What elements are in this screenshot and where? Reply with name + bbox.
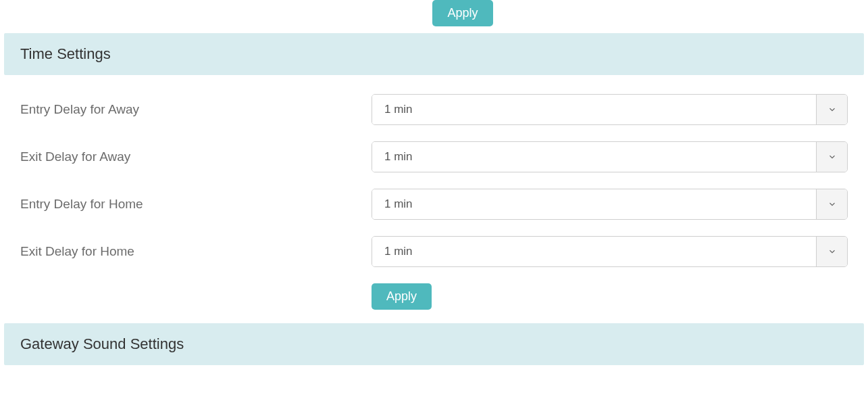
chevron-down-icon[interactable] bbox=[816, 95, 847, 124]
entry-delay-away-label: Entry Delay for Away bbox=[20, 102, 372, 117]
settings-page: Apply Time Settings Entry Delay for Away… bbox=[0, 0, 868, 365]
entry-delay-away-row: Entry Delay for Away 1 min bbox=[20, 94, 848, 125]
time-settings-body: Entry Delay for Away 1 min Exit Delay fo… bbox=[4, 75, 864, 323]
entry-delay-home-label: Entry Delay for Home bbox=[20, 197, 372, 212]
exit-delay-away-select[interactable]: 1 min bbox=[372, 141, 848, 172]
apply-button-time-settings[interactable]: Apply bbox=[372, 283, 432, 310]
exit-delay-away-row: Exit Delay for Away 1 min bbox=[20, 141, 848, 172]
entry-delay-away-value[interactable]: 1 min bbox=[372, 95, 816, 124]
exit-delay-home-value[interactable]: 1 min bbox=[372, 237, 816, 266]
entry-delay-home-select[interactable]: 1 min bbox=[372, 189, 848, 220]
chevron-down-icon[interactable] bbox=[816, 142, 847, 172]
exit-delay-away-value[interactable]: 1 min bbox=[372, 142, 816, 172]
gateway-sound-header: Gateway Sound Settings bbox=[4, 323, 864, 365]
exit-delay-home-row: Exit Delay for Home 1 min bbox=[20, 236, 848, 267]
time-settings-header: Time Settings bbox=[4, 33, 864, 75]
entry-delay-home-value[interactable]: 1 min bbox=[372, 189, 816, 219]
chevron-down-icon[interactable] bbox=[816, 237, 847, 266]
top-apply-row: Apply bbox=[61, 0, 864, 33]
time-settings-apply-row: Apply bbox=[20, 283, 848, 310]
exit-delay-home-label: Exit Delay for Home bbox=[20, 244, 372, 259]
exit-delay-away-label: Exit Delay for Away bbox=[20, 149, 372, 164]
exit-delay-home-select[interactable]: 1 min bbox=[372, 236, 848, 267]
entry-delay-away-select[interactable]: 1 min bbox=[372, 94, 848, 125]
apply-button-top[interactable]: Apply bbox=[432, 0, 492, 26]
entry-delay-home-row: Entry Delay for Home 1 min bbox=[20, 189, 848, 220]
chevron-down-icon[interactable] bbox=[816, 189, 847, 219]
